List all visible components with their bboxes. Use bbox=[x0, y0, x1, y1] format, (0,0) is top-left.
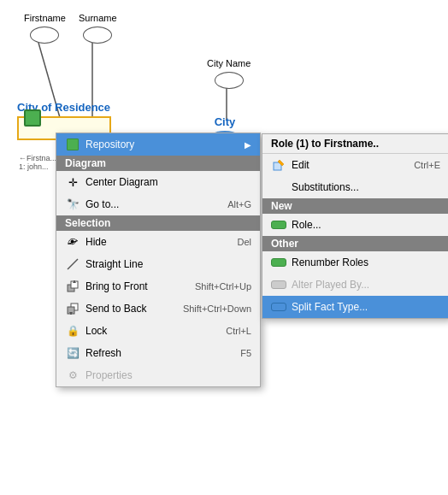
menu-item-lock[interactable]: 🔒 Lock Ctrl+L bbox=[56, 320, 260, 342]
surname-node: Surname bbox=[79, 13, 117, 44]
cityname-node: City Name bbox=[207, 58, 251, 89]
city-label: City bbox=[203, 115, 246, 128]
firstname-oval bbox=[30, 27, 59, 44]
submenu-item-alter-played-by[interactable]: Alter Played By... bbox=[262, 274, 448, 296]
cityname-label: City Name bbox=[207, 58, 251, 68]
city-residence-icon bbox=[24, 109, 41, 127]
lock-icon: 🔒 bbox=[65, 323, 80, 339]
menu-item-send-back[interactable]: Send to Back Shift+Ctrl+Down bbox=[56, 298, 260, 320]
menu-item-goto[interactable]: 🔭 Go to... Alt+G bbox=[56, 193, 260, 215]
eye-icon: 👁 bbox=[65, 234, 80, 250]
diagram-section-header: Diagram bbox=[56, 156, 260, 171]
surname-oval bbox=[83, 27, 112, 44]
svg-line-3 bbox=[68, 259, 78, 269]
menu-item-bring-front[interactable]: Bring to Front Shift+Ctrl+Up bbox=[56, 275, 260, 298]
menu-item-repository-label: Repository bbox=[85, 138, 241, 150]
gear-icon: ⚙ bbox=[65, 368, 80, 383]
submenu-item-role[interactable]: Role... bbox=[262, 214, 448, 236]
submenu-title: Role (1) to Firstname.. bbox=[262, 134, 448, 154]
role-green-icon bbox=[271, 217, 286, 233]
firstname-label: Firstname bbox=[24, 13, 66, 23]
send-back-icon bbox=[65, 301, 80, 316]
menu-item-repository[interactable]: Repository ▶ bbox=[56, 133, 260, 156]
selection-section-header: Selection bbox=[56, 215, 260, 231]
menu-item-refresh[interactable]: 🔄 Refresh F5 bbox=[56, 342, 260, 364]
cityname-oval bbox=[215, 72, 244, 89]
submenu-item-substitutions[interactable]: Substitutions... bbox=[262, 176, 448, 198]
alter-played-by-icon bbox=[271, 277, 286, 292]
menu-item-hide[interactable]: 👁 Hide Del bbox=[56, 231, 260, 253]
pencil-edit-icon bbox=[271, 157, 286, 173]
diagram-area: Firstname Surname City Name City of Resi… bbox=[0, 0, 448, 495]
menu-item-straight-line[interactable]: Straight Line bbox=[56, 253, 260, 275]
context-menu: Repository ▶ Diagram ✛ Center Diagram 🔭 … bbox=[56, 133, 261, 387]
substitutions-icon bbox=[271, 180, 286, 195]
line-icon bbox=[65, 256, 80, 272]
split-fact-type-icon bbox=[271, 299, 286, 315]
renumber-roles-icon bbox=[271, 255, 286, 270]
context-submenu: Role (1) to Firstname.. Edit Ctrl+E Subs… bbox=[262, 133, 448, 319]
menu-item-properties[interactable]: ⚙ Properties bbox=[56, 364, 260, 386]
bring-front-icon bbox=[65, 279, 80, 294]
crosshair-icon: ✛ bbox=[65, 174, 80, 190]
submenu-item-edit[interactable]: Edit Ctrl+E bbox=[262, 154, 448, 176]
submenu-arrow-icon: ▶ bbox=[245, 140, 251, 150]
binoculars-icon: 🔭 bbox=[65, 197, 80, 212]
menu-item-center-diagram[interactable]: ✛ Center Diagram bbox=[56, 171, 260, 193]
green-cube-icon bbox=[65, 137, 80, 152]
refresh-icon: 🔄 bbox=[65, 345, 80, 361]
submenu-item-split-fact-type[interactable]: Split Fact Type... bbox=[262, 296, 448, 318]
new-section-header: New bbox=[262, 198, 448, 214]
submenu-item-renumber-roles[interactable]: Renumber Roles bbox=[262, 251, 448, 274]
other-section-header: Other bbox=[262, 236, 448, 251]
firstname-instance-label: ←Firstna... 1: john... bbox=[19, 154, 56, 171]
firstname-node: Firstname bbox=[24, 13, 66, 44]
surname-label: Surname bbox=[79, 13, 117, 23]
